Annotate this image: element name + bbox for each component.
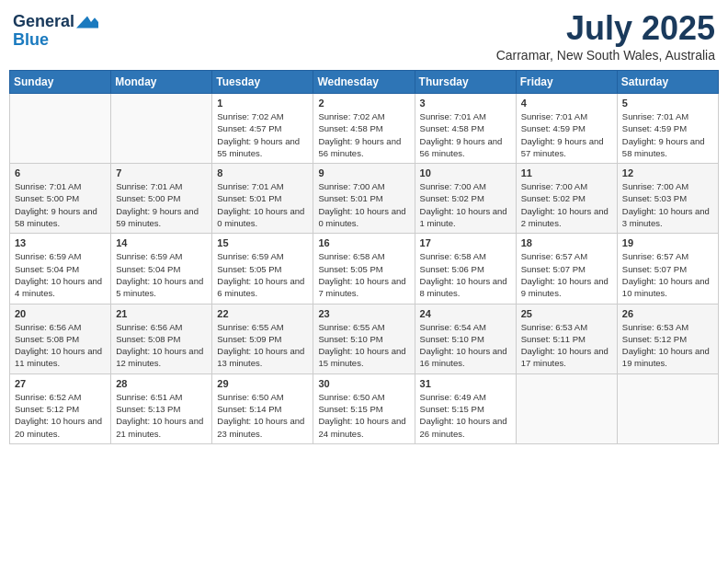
calendar-cell: 6Sunrise: 7:01 AM Sunset: 5:00 PM Daylig… — [10, 164, 111, 234]
logo: General Blue — [13, 13, 98, 50]
day-number: 14 — [116, 237, 207, 248]
calendar-cell: 12Sunrise: 7:00 AM Sunset: 5:03 PM Dayli… — [617, 164, 718, 234]
day-info: Sunrise: 7:02 AM Sunset: 4:57 PM Dayligh… — [217, 110, 308, 159]
day-info: Sunrise: 7:01 AM Sunset: 5:00 PM Dayligh… — [15, 180, 106, 229]
day-info: Sunrise: 7:00 AM Sunset: 5:02 PM Dayligh… — [521, 180, 612, 229]
calendar-week-3: 13Sunrise: 6:59 AM Sunset: 5:04 PM Dayli… — [10, 234, 719, 304]
calendar-header-row: SundayMondayTuesdayWednesdayThursdayFrid… — [10, 71, 719, 94]
calendar-cell: 23Sunrise: 6:55 AM Sunset: 5:10 PM Dayli… — [313, 304, 415, 373]
day-number: 30 — [318, 378, 409, 389]
day-info: Sunrise: 6:59 AM Sunset: 5:04 PM Dayligh… — [116, 250, 207, 299]
weekday-header-sunday: Sunday — [10, 71, 111, 94]
calendar-cell: 2Sunrise: 7:02 AM Sunset: 4:58 PM Daylig… — [313, 94, 415, 164]
calendar-cell: 31Sunrise: 6:49 AM Sunset: 5:15 PM Dayli… — [415, 373, 516, 443]
month-title: July 2025 — [496, 9, 715, 48]
calendar-cell: 4Sunrise: 7:01 AM Sunset: 4:59 PM Daylig… — [516, 94, 617, 164]
title-block: July 2025 Carramar, New South Wales, Aus… — [496, 9, 715, 63]
calendar-week-2: 6Sunrise: 7:01 AM Sunset: 5:00 PM Daylig… — [10, 164, 719, 234]
calendar-cell: 17Sunrise: 6:58 AM Sunset: 5:06 PM Dayli… — [415, 234, 516, 304]
page-header: General Blue July 2025 Carramar, New Sou… — [9, 9, 719, 63]
day-info: Sunrise: 6:53 AM Sunset: 5:11 PM Dayligh… — [521, 321, 612, 370]
day-info: Sunrise: 6:51 AM Sunset: 5:13 PM Dayligh… — [116, 391, 207, 440]
day-info: Sunrise: 6:56 AM Sunset: 5:08 PM Dayligh… — [116, 321, 207, 370]
day-number: 28 — [116, 378, 207, 389]
day-number: 3 — [420, 98, 511, 109]
day-number: 13 — [15, 237, 106, 248]
day-number: 12 — [622, 167, 713, 178]
calendar-cell: 10Sunrise: 7:00 AM Sunset: 5:02 PM Dayli… — [415, 164, 516, 234]
calendar-cell: 16Sunrise: 6:58 AM Sunset: 5:05 PM Dayli… — [313, 234, 415, 304]
day-number: 26 — [622, 308, 713, 319]
calendar-cell: 28Sunrise: 6:51 AM Sunset: 5:13 PM Dayli… — [111, 373, 212, 443]
calendar-cell — [617, 373, 718, 443]
day-info: Sunrise: 6:53 AM Sunset: 5:12 PM Dayligh… — [622, 321, 713, 370]
day-number: 1 — [217, 98, 308, 109]
weekday-header-wednesday: Wednesday — [313, 71, 415, 94]
day-info: Sunrise: 6:55 AM Sunset: 5:09 PM Dayligh… — [217, 321, 308, 370]
calendar-cell: 11Sunrise: 7:00 AM Sunset: 5:02 PM Dayli… — [516, 164, 617, 234]
day-number: 15 — [217, 237, 308, 248]
weekday-header-monday: Monday — [111, 71, 212, 94]
day-number: 11 — [521, 167, 612, 178]
day-info: Sunrise: 6:56 AM Sunset: 5:08 PM Dayligh… — [15, 321, 106, 370]
calendar-cell: 15Sunrise: 6:59 AM Sunset: 5:05 PM Dayli… — [212, 234, 313, 304]
calendar-cell — [516, 373, 617, 443]
day-info: Sunrise: 6:49 AM Sunset: 5:15 PM Dayligh… — [420, 391, 511, 440]
day-info: Sunrise: 6:50 AM Sunset: 5:14 PM Dayligh… — [217, 391, 308, 440]
day-info: Sunrise: 7:01 AM Sunset: 4:59 PM Dayligh… — [521, 110, 612, 159]
day-info: Sunrise: 6:59 AM Sunset: 5:05 PM Dayligh… — [217, 250, 308, 299]
day-number: 24 — [420, 308, 511, 319]
calendar-cell: 8Sunrise: 7:01 AM Sunset: 5:01 PM Daylig… — [212, 164, 313, 234]
day-info: Sunrise: 6:57 AM Sunset: 5:07 PM Dayligh… — [622, 250, 713, 299]
calendar-cell: 25Sunrise: 6:53 AM Sunset: 5:11 PM Dayli… — [516, 304, 617, 373]
day-number: 9 — [318, 167, 409, 178]
calendar-table: SundayMondayTuesdayWednesdayThursdayFrid… — [9, 70, 719, 444]
day-number: 10 — [420, 167, 511, 178]
day-number: 21 — [116, 308, 207, 319]
calendar-cell: 18Sunrise: 6:57 AM Sunset: 5:07 PM Dayli… — [516, 234, 617, 304]
day-number: 19 — [622, 237, 713, 248]
weekday-header-saturday: Saturday — [617, 71, 718, 94]
day-info: Sunrise: 6:58 AM Sunset: 5:06 PM Dayligh… — [420, 250, 511, 299]
calendar-cell: 3Sunrise: 7:01 AM Sunset: 4:58 PM Daylig… — [415, 94, 516, 164]
day-number: 7 — [116, 167, 207, 178]
calendar-week-5: 27Sunrise: 6:52 AM Sunset: 5:12 PM Dayli… — [10, 373, 719, 443]
calendar-cell: 26Sunrise: 6:53 AM Sunset: 5:12 PM Dayli… — [617, 304, 718, 373]
logo-text-blue: Blue — [13, 31, 49, 50]
calendar-cell: 1Sunrise: 7:02 AM Sunset: 4:57 PM Daylig… — [212, 94, 313, 164]
svg-marker-0 — [76, 17, 98, 29]
calendar-week-4: 20Sunrise: 6:56 AM Sunset: 5:08 PM Dayli… — [10, 304, 719, 373]
location-title: Carramar, New South Wales, Australia — [496, 48, 715, 63]
day-number: 31 — [420, 378, 511, 389]
day-info: Sunrise: 6:59 AM Sunset: 5:04 PM Dayligh… — [15, 250, 106, 299]
calendar-cell: 24Sunrise: 6:54 AM Sunset: 5:10 PM Dayli… — [415, 304, 516, 373]
calendar-cell: 21Sunrise: 6:56 AM Sunset: 5:08 PM Dayli… — [111, 304, 212, 373]
day-info: Sunrise: 7:01 AM Sunset: 5:00 PM Dayligh… — [116, 180, 207, 229]
weekday-header-tuesday: Tuesday — [212, 71, 313, 94]
day-info: Sunrise: 7:01 AM Sunset: 4:58 PM Dayligh… — [420, 110, 511, 159]
day-info: Sunrise: 7:01 AM Sunset: 4:59 PM Dayligh… — [622, 110, 713, 159]
day-number: 20 — [15, 308, 106, 319]
day-info: Sunrise: 7:00 AM Sunset: 5:01 PM Dayligh… — [318, 180, 409, 229]
weekday-header-friday: Friday — [516, 71, 617, 94]
day-info: Sunrise: 7:00 AM Sunset: 5:03 PM Dayligh… — [622, 180, 713, 229]
calendar-cell: 22Sunrise: 6:55 AM Sunset: 5:09 PM Dayli… — [212, 304, 313, 373]
calendar-week-1: 1Sunrise: 7:02 AM Sunset: 4:57 PM Daylig… — [10, 94, 719, 164]
day-number: 6 — [15, 167, 106, 178]
calendar-cell: 7Sunrise: 7:01 AM Sunset: 5:00 PM Daylig… — [111, 164, 212, 234]
day-number: 22 — [217, 308, 308, 319]
calendar-cell: 30Sunrise: 6:50 AM Sunset: 5:15 PM Dayli… — [313, 373, 415, 443]
day-info: Sunrise: 6:50 AM Sunset: 5:15 PM Dayligh… — [318, 391, 409, 440]
calendar-cell: 13Sunrise: 6:59 AM Sunset: 5:04 PM Dayli… — [10, 234, 111, 304]
weekday-header-thursday: Thursday — [415, 71, 516, 94]
day-number: 17 — [420, 237, 511, 248]
day-number: 4 — [521, 98, 612, 109]
calendar-cell: 14Sunrise: 6:59 AM Sunset: 5:04 PM Dayli… — [111, 234, 212, 304]
day-info: Sunrise: 6:58 AM Sunset: 5:05 PM Dayligh… — [318, 250, 409, 299]
day-info: Sunrise: 7:00 AM Sunset: 5:02 PM Dayligh… — [420, 180, 511, 229]
day-number: 5 — [622, 98, 713, 109]
day-number: 18 — [521, 237, 612, 248]
logo-text-general: General — [13, 13, 74, 31]
day-info: Sunrise: 7:02 AM Sunset: 4:58 PM Dayligh… — [318, 110, 409, 159]
day-info: Sunrise: 6:55 AM Sunset: 5:10 PM Dayligh… — [318, 321, 409, 370]
